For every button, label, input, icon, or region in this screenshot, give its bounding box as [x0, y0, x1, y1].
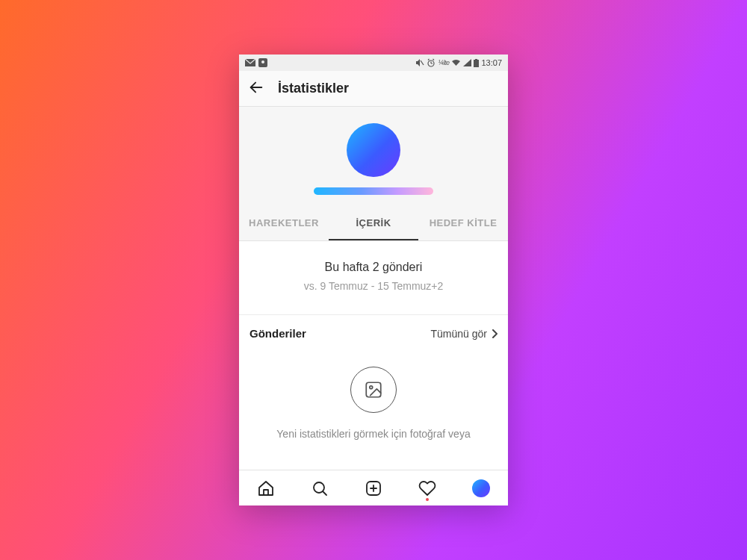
arrow-left-icon — [248, 79, 264, 96]
summary-subline: vs. 9 Temmuz - 15 Temmuz+2 — [248, 280, 499, 292]
heart-icon — [418, 479, 436, 497]
profile-avatar-small — [472, 479, 490, 497]
svg-rect-12 — [366, 382, 381, 397]
tab-activity[interactable]: HAREKETLER — [239, 208, 329, 240]
android-status-bar: ¼lte 13:07 — [239, 55, 508, 71]
chevron-right-icon — [492, 329, 498, 338]
svg-line-3 — [421, 60, 424, 65]
svg-line-8 — [433, 59, 435, 60]
stories-gradient-bar — [314, 187, 433, 195]
battery-icon — [474, 59, 479, 67]
weekly-summary: Bu hafta 2 gönderi vs. 9 Temmuz - 15 Tem… — [239, 241, 508, 314]
nav-activity[interactable] — [417, 478, 438, 499]
alarm-icon — [427, 58, 436, 67]
page-title: İstatistikler — [278, 81, 349, 96]
svg-point-13 — [370, 386, 373, 389]
posts-section-header: Gönderiler Tümünü gör — [239, 315, 508, 352]
svg-point-2 — [261, 60, 264, 63]
status-right: ¼lte 13:07 — [415, 58, 502, 67]
see-all-label: Tümünü gör — [431, 328, 487, 340]
nav-search[interactable] — [309, 478, 330, 499]
tab-audience[interactable]: HEDEF KİTLE — [418, 208, 508, 240]
svg-rect-9 — [474, 60, 479, 67]
svg-line-7 — [428, 59, 430, 60]
nav-add[interactable] — [363, 478, 384, 499]
posts-empty-icon-circle — [350, 367, 397, 413]
mute-icon — [415, 58, 424, 67]
image-icon — [364, 380, 383, 399]
posts-empty-state: Yeni istatistikleri görmek için fotoğraf… — [239, 352, 508, 470]
profile-avatar-large — [347, 123, 400, 177]
clock-label: 13:07 — [481, 58, 502, 67]
see-all-link[interactable]: Tümünü gör — [431, 328, 498, 340]
insights-tabs: HAREKETLER İÇERİK HEDEF KİTLE — [239, 208, 508, 241]
nav-home[interactable] — [255, 478, 276, 499]
app-header: İstatistikler — [239, 71, 508, 107]
tab-content[interactable]: İÇERİK — [329, 208, 418, 240]
svg-rect-10 — [475, 59, 477, 60]
back-button[interactable] — [248, 79, 264, 99]
search-icon — [311, 479, 329, 497]
svg-line-15 — [323, 491, 326, 495]
home-icon — [257, 479, 275, 497]
network-label: ¼lte — [438, 59, 449, 66]
summary-headline: Bu hafta 2 gönderi — [248, 261, 499, 274]
wifi-icon — [451, 59, 461, 66]
add-icon — [365, 479, 382, 497]
status-left — [245, 58, 267, 67]
maps-icon — [258, 58, 267, 67]
phone-frame: ¼lte 13:07 İstatistikler HAREKETLER İÇER… — [239, 55, 508, 505]
gmail-icon — [245, 59, 255, 66]
activity-badge-dot — [426, 498, 429, 501]
signal-icon — [463, 59, 471, 66]
nav-profile[interactable] — [471, 478, 492, 499]
posts-empty-hint: Yeni istatistikleri görmek için fotoğraf… — [249, 428, 498, 440]
bottom-nav — [239, 470, 508, 505]
insights-hero: HAREKETLER İÇERİK HEDEF KİTLE — [239, 107, 508, 241]
posts-title: Gönderiler — [249, 327, 306, 340]
